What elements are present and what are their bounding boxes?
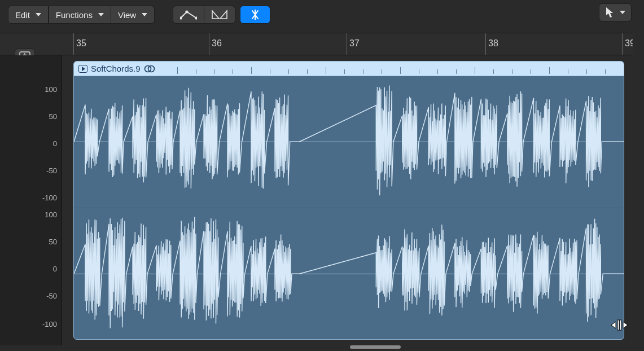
marquee-icon xyxy=(247,10,263,20)
waveform-right xyxy=(74,208,624,340)
view-menu-label: View xyxy=(118,10,136,20)
scroll-thumb[interactable] xyxy=(350,345,401,349)
flex-icon xyxy=(211,10,228,20)
edit-menu-label: Edit xyxy=(15,10,30,20)
horizontal-scrollbar[interactable] xyxy=(62,344,633,350)
bar-tick: 35 xyxy=(73,33,86,55)
view-menu[interactable]: View xyxy=(111,6,155,24)
svg-point-1 xyxy=(186,10,189,13)
editor-toolbar: Edit Functions View xyxy=(8,3,636,26)
amp-label: -50 xyxy=(46,292,57,300)
amp-label: 100 xyxy=(45,85,57,94)
bar-tick: 39 xyxy=(622,33,633,55)
waveform-svg xyxy=(74,208,624,340)
waveform-svg xyxy=(74,76,624,208)
region-subruler xyxy=(159,62,624,76)
region-play-icon xyxy=(78,65,87,73)
region-name: SoftChords.9 xyxy=(91,64,141,73)
audio-region[interactable]: SoftChords.9 xyxy=(73,61,624,340)
waveform-area: SoftChords.9 xyxy=(62,55,633,345)
stereo-icon xyxy=(144,65,155,73)
trim-cursor-icon xyxy=(609,318,628,334)
bar-tick: 38 xyxy=(485,33,498,55)
bar-tick: 37 xyxy=(347,33,360,55)
pointer-icon xyxy=(605,7,614,18)
pointer-tool-menu[interactable] xyxy=(599,3,632,21)
automation-button[interactable] xyxy=(173,6,204,24)
timeline-ruler[interactable]: 35 36 37 38 39 xyxy=(62,33,633,55)
amp-label: 0 xyxy=(53,139,57,148)
flex-button[interactable] xyxy=(204,6,235,24)
edit-menu[interactable]: Edit xyxy=(8,6,49,24)
marquee-zoom-button[interactable] xyxy=(240,6,270,24)
region-header[interactable]: SoftChords.9 xyxy=(74,62,624,76)
amp-label: 0 xyxy=(53,265,57,273)
menu-segment: Edit Functions View xyxy=(8,6,155,24)
amp-label: -50 xyxy=(46,166,57,175)
amp-label: -100 xyxy=(42,320,57,328)
svg-rect-8 xyxy=(620,320,621,330)
mode-segment xyxy=(173,6,235,24)
stereo-waveforms xyxy=(74,76,624,339)
amp-label: 50 xyxy=(49,238,57,246)
svg-rect-7 xyxy=(617,320,619,330)
amplitude-scale: 100 50 0 -50 -100 100 50 0 -50 -100 xyxy=(0,55,62,345)
functions-menu-label: Functions xyxy=(56,10,93,20)
amp-label: 100 xyxy=(45,210,57,219)
functions-menu[interactable]: Functions xyxy=(49,6,111,24)
waveform-left xyxy=(74,76,624,208)
bar-tick: 36 xyxy=(209,33,222,55)
amp-label: -100 xyxy=(42,194,57,202)
amp-label: 50 xyxy=(49,112,57,121)
automation-icon xyxy=(180,10,197,20)
